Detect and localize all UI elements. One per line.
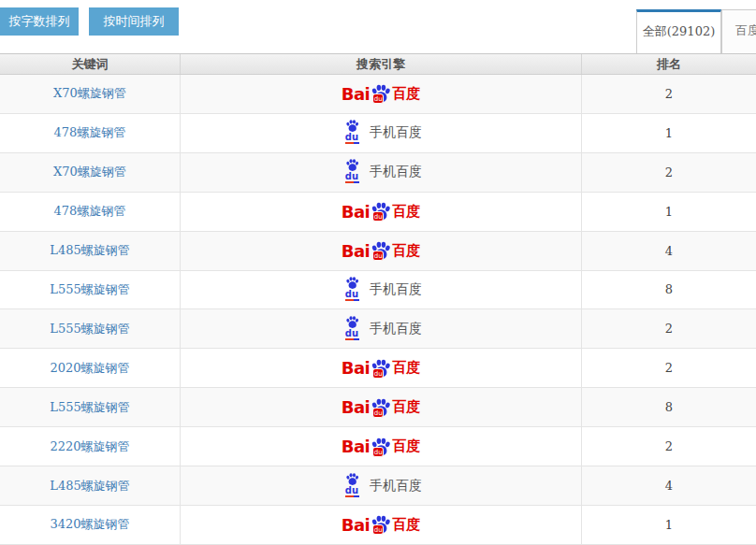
baidu-logo-text-bai: Bai <box>342 437 371 456</box>
rank-cell: 8 <box>581 388 756 426</box>
keyword-link[interactable]: 2220螺旋钢管 <box>50 438 129 455</box>
baidu-logo: Bai du 百度 <box>342 514 421 535</box>
baidu-mobile-paw-icon: du <box>340 158 364 186</box>
keyword-ranking-page: 按字数排列 按时间排列 全部(29102) 百度 关键词 搜索引擎 排名 X70… <box>0 0 756 545</box>
keyword-link[interactable]: 478螺旋钢管 <box>54 124 126 141</box>
engine-cell: Bai du 百度 <box>180 388 581 426</box>
rank-value: 1 <box>665 126 673 140</box>
keyword-link[interactable]: L485螺旋钢管 <box>50 242 129 259</box>
baidu-paw-icon: du <box>371 437 391 457</box>
rank-value: 8 <box>665 282 673 296</box>
baidu-mobile-underline <box>345 142 359 144</box>
rank-cell: 2 <box>581 309 756 348</box>
column-header-keyword: 关键词 <box>0 54 180 74</box>
table-row: 478螺旋钢管 Bai du 百度 <box>0 193 756 232</box>
keyword-link[interactable]: 478螺旋钢管 <box>54 203 126 220</box>
table-row: L485螺旋钢管 Bai du 百度 <box>0 232 756 271</box>
rank-cell: 8 <box>581 271 756 309</box>
baidu-logo: Bai du 百度 <box>342 397 421 418</box>
baidu-mobile-underline <box>345 181 359 183</box>
tab-baidu[interactable]: 百度 <box>721 9 756 53</box>
sort-by-time-button[interactable]: 按时间排列 <box>89 7 179 36</box>
keyword-cell: L555螺旋钢管 <box>0 309 180 348</box>
baidu-logo-text-bai: Bai <box>342 84 371 104</box>
baidu-mobile-logo: du 手机百度 <box>340 315 422 343</box>
engine-cell: Bai du 百度 <box>180 153 581 192</box>
baidu-du-badge: du <box>372 408 384 418</box>
table-row: 2020螺旋钢管 Bai du 百度 <box>0 349 756 388</box>
rank-cell: 1 <box>581 193 756 231</box>
keyword-link[interactable]: 2020螺旋钢管 <box>50 360 129 377</box>
rank-value: 2 <box>665 165 673 179</box>
rank-value: 2 <box>665 361 673 375</box>
keyword-link[interactable]: L555螺旋钢管 <box>50 281 129 298</box>
sort-by-chars-button[interactable]: 按字数排列 <box>0 7 79 36</box>
keyword-link[interactable]: L485螺旋钢管 <box>50 478 129 495</box>
baidu-paw-icon: du <box>371 514 391 535</box>
keyword-link[interactable]: X70螺旋钢管 <box>53 164 126 180</box>
column-header-rank: 排名 <box>581 54 756 74</box>
rank-value: 2 <box>665 322 673 336</box>
baidu-logo-text-cn: 百度 <box>392 516 420 534</box>
rank-cell: 2 <box>581 75 756 113</box>
baidu-mobile-label: 手机百度 <box>370 124 422 141</box>
baidu-logo-text-bai: Bai <box>342 515 371 535</box>
baidu-mobile-logo: du 手机百度 <box>340 276 422 304</box>
toolbar: 按字数排列 按时间排列 全部(29102) 百度 <box>0 0 756 53</box>
baidu-logo: Bai du 百度 <box>342 437 421 457</box>
baidu-mobile-underline <box>345 495 359 497</box>
baidu-logo-text-cn: 百度 <box>392 242 420 260</box>
baidu-du-badge: du <box>372 251 384 261</box>
baidu-du-badge: du <box>372 93 384 104</box>
ranking-table: 关键词 搜索引擎 排名 X70螺旋钢管 Bai du <box>0 53 756 545</box>
keyword-cell: X70螺旋钢管 <box>0 75 180 113</box>
table-body: X70螺旋钢管 Bai du 百度 <box>0 75 756 545</box>
baidu-du-badge: du <box>372 447 384 457</box>
rank-value: 1 <box>665 518 673 532</box>
keyword-link[interactable]: L555螺旋钢管 <box>50 321 129 337</box>
baidu-mobile-logo: du 手机百度 <box>340 119 422 147</box>
table-row: L555螺旋钢管 Bai du 百度 <box>0 388 756 427</box>
baidu-mobile-label: 手机百度 <box>370 164 422 180</box>
baidu-mobile-du-text: du <box>345 133 358 141</box>
keyword-cell: 2020螺旋钢管 <box>0 349 180 387</box>
rank-cell: 1 <box>581 506 756 544</box>
baidu-logo: Bai du 百度 <box>342 201 421 222</box>
baidu-logo-text-cn: 百度 <box>392 203 420 221</box>
baidu-mobile-du-text: du <box>345 329 358 337</box>
tab-all[interactable]: 全部(29102) <box>636 9 721 53</box>
baidu-logo: Bai du 百度 <box>342 83 421 104</box>
keyword-cell: L555螺旋钢管 <box>0 271 180 309</box>
baidu-du-badge: du <box>372 211 384 222</box>
baidu-logo-text-cn: 百度 <box>392 398 420 416</box>
baidu-paw-icon: du <box>371 397 391 418</box>
engine-cell: Bai du 百度 <box>180 271 581 309</box>
keyword-link[interactable]: 3420螺旋钢管 <box>50 516 129 533</box>
table-row: L555螺旋钢管 Bai du 百度 <box>0 271 756 310</box>
keyword-link[interactable]: X70螺旋钢管 <box>53 85 126 102</box>
keyword-cell: L555螺旋钢管 <box>0 388 180 426</box>
table-row: X70螺旋钢管 Bai du 百度 <box>0 75 756 114</box>
baidu-paw-icon: du <box>371 240 391 261</box>
rank-cell: 2 <box>581 349 756 387</box>
engine-filter-tabs: 全部(29102) 百度 <box>636 9 756 53</box>
rank-value: 4 <box>665 244 673 258</box>
baidu-paw-icon: du <box>371 83 391 104</box>
engine-cell: Bai du 百度 <box>180 349 581 387</box>
engine-cell: Bai du 百度 <box>180 232 581 270</box>
engine-cell: Bai du 百度 <box>180 427 581 466</box>
baidu-logo-text-bai: Bai <box>342 202 371 222</box>
rank-value: 8 <box>665 400 673 414</box>
table-header-row: 关键词 搜索引擎 排名 <box>0 53 756 75</box>
table-row: 3420螺旋钢管 Bai du 百度 <box>0 506 756 545</box>
baidu-mobile-underline <box>345 299 359 301</box>
baidu-mobile-logo: du 手机百度 <box>340 472 422 500</box>
table-row: L485螺旋钢管 Bai du 百度 <box>0 466 756 506</box>
keyword-link[interactable]: L555螺旋钢管 <box>50 399 129 416</box>
baidu-mobile-logo: du 手机百度 <box>340 158 422 186</box>
baidu-mobile-paw-icon: du <box>340 472 364 500</box>
baidu-mobile-du-text: du <box>345 486 358 495</box>
baidu-logo: Bai du 百度 <box>342 358 421 379</box>
baidu-logo-text-bai: Bai <box>342 358 371 378</box>
keyword-cell: L485螺旋钢管 <box>0 232 180 270</box>
